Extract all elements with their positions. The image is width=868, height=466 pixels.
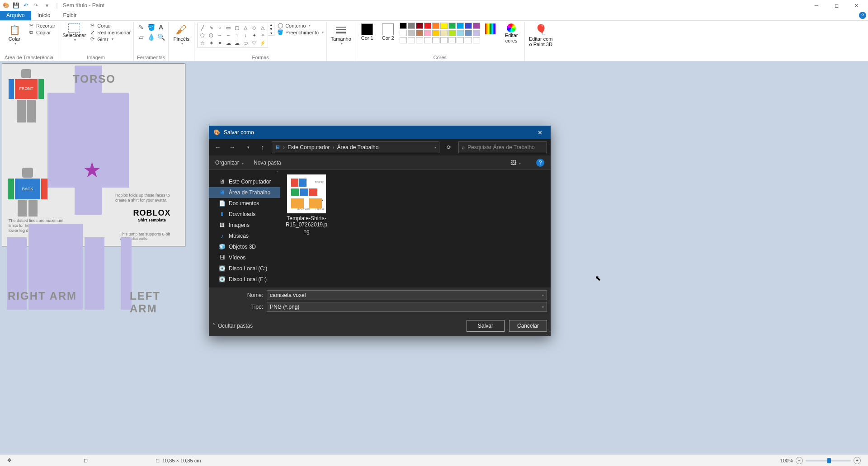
- color-swatch[interactable]: [424, 30, 431, 36]
- picker-tool-icon[interactable]: 💧: [146, 33, 156, 42]
- magnifier-tool-icon[interactable]: 🔍: [156, 33, 165, 42]
- color-swatch[interactable]: [448, 23, 456, 29]
- qat-save-icon[interactable]: 💾: [12, 1, 20, 9]
- qat-undo-icon[interactable]: ↶: [22, 1, 30, 9]
- file-view[interactable]: TORSO ROBLOX RIGHT ARM LEFT ARM: [280, 170, 551, 287]
- crumb-desktop[interactable]: Área de Trabalho: [337, 144, 378, 151]
- minimize-button[interactable]: ─: [807, 0, 826, 11]
- folder-tree[interactable]: ˄ 🖥Este Computador 🖥Área de Trabalho 📄Do…: [209, 170, 280, 287]
- color-swatch[interactable]: [432, 23, 439, 29]
- nav-up-icon[interactable]: ↑: [257, 142, 268, 153]
- outline-button[interactable]: ◯Contorno▾: [277, 23, 324, 28]
- organize-button[interactable]: Organizar ▾: [215, 160, 244, 166]
- zoom-in-button[interactable]: +: [854, 457, 861, 464]
- tab-home[interactable]: Início: [31, 11, 57, 20]
- color-swatch[interactable]: [416, 23, 423, 29]
- copy-button[interactable]: ⧉Copiar: [28, 29, 55, 35]
- text-tool-icon[interactable]: A: [156, 23, 165, 32]
- color1-button[interactable]: Cor 1: [358, 23, 376, 41]
- tree-objects3d[interactable]: 🧊Objetos 3D: [209, 241, 280, 252]
- color-swatch[interactable]: [400, 23, 407, 29]
- select-button[interactable]: Selecionar ▾: [61, 23, 87, 42]
- color-swatch[interactable]: [465, 30, 472, 36]
- tree-documents[interactable]: 📄Documentos: [209, 198, 280, 209]
- color-swatch[interactable]: [440, 23, 448, 29]
- size-button[interactable]: Tamanho ▾: [330, 23, 352, 46]
- color-swatch[interactable]: [408, 23, 415, 29]
- file-item[interactable]: TORSO ROBLOX RIGHT ARM LEFT ARM: [285, 174, 328, 235]
- color2-button[interactable]: Cor 2: [379, 23, 397, 41]
- rainbow-button[interactable]: [483, 23, 498, 34]
- canvas-area[interactable]: TORSO ★ Roblox folds up these faces to c…: [0, 61, 868, 454]
- qat-customize-icon[interactable]: ▾: [43, 1, 51, 9]
- tree-collapse-icon[interactable]: ˄: [209, 170, 280, 176]
- resize-button[interactable]: ⤢Redimensionar: [89, 29, 131, 35]
- crumb-pc[interactable]: Este Computador: [288, 144, 330, 151]
- nav-back-icon[interactable]: ←: [212, 142, 223, 153]
- brushes-button[interactable]: 🖌 Pincéis ▾: [171, 23, 191, 46]
- refresh-icon[interactable]: ⟳: [443, 141, 455, 153]
- address-bar[interactable]: 🖥 › Este Computador › Área de Trabalho ▾: [272, 141, 439, 153]
- eraser-tool-icon[interactable]: ▱: [137, 33, 146, 42]
- color-swatch[interactable]: [432, 30, 439, 36]
- paint3d-button[interactable]: 🎈 Editar com o Paint 3D: [528, 23, 554, 47]
- resize-grip-icon[interactable]: ⋰: [546, 330, 550, 335]
- palette-row-custom[interactable]: [400, 37, 480, 43]
- save-button[interactable]: Salvar: [467, 320, 505, 332]
- new-folder-button[interactable]: Nova pasta: [254, 160, 281, 166]
- dialog-close-button[interactable]: ✕: [533, 126, 546, 139]
- cancel-button[interactable]: Cancelar: [509, 320, 547, 332]
- color-swatch[interactable]: [473, 30, 480, 36]
- tree-desktop[interactable]: 🖥Área de Trabalho: [209, 187, 280, 198]
- view-mode-button[interactable]: 🖼 ▾: [511, 160, 521, 166]
- palette-row-bottom[interactable]: [400, 30, 480, 36]
- dialog-titlebar[interactable]: 🎨 Salvar como ✕: [209, 126, 551, 139]
- paste-button[interactable]: 📋 Colar ▾: [3, 23, 26, 46]
- fill-button[interactable]: 🪣Preenchimento▾: [277, 29, 324, 35]
- tree-disk-c[interactable]: 💽Disco Local (C:): [209, 263, 280, 274]
- color-swatch[interactable]: [408, 30, 415, 36]
- color-swatch[interactable]: [440, 30, 448, 36]
- filename-dropdown-icon[interactable]: ▾: [542, 293, 544, 297]
- tree-music[interactable]: ♪Músicas: [209, 231, 280, 241]
- canvas[interactable]: TORSO ★ Roblox folds up these faces to c…: [2, 63, 185, 246]
- color-swatch[interactable]: [457, 23, 464, 29]
- edit-colors-button[interactable]: Editar cores: [501, 23, 522, 43]
- shapes-up-icon[interactable]: ▲: [268, 23, 274, 27]
- zoom-out-button[interactable]: −: [796, 457, 803, 464]
- color-swatch[interactable]: [416, 30, 423, 36]
- cut-button[interactable]: ✂Recortar: [28, 23, 55, 28]
- search-input[interactable]: ⌕ Pesquisar Área de Trabalho: [458, 141, 547, 153]
- tree-images[interactable]: 🖼Imagens: [209, 220, 280, 231]
- tree-downloads[interactable]: ⬇Downloads: [209, 209, 280, 220]
- tab-file[interactable]: Arquivo: [0, 11, 31, 20]
- close-button[interactable]: ✕: [846, 0, 866, 11]
- dialog-help-icon[interactable]: ?: [536, 159, 544, 167]
- color-swatch[interactable]: [400, 30, 407, 36]
- tree-this-pc[interactable]: 🖥Este Computador: [209, 176, 280, 187]
- filename-input[interactable]: camiseta voxel ▾: [267, 290, 547, 300]
- tree-disk-f[interactable]: 💽Disco Local (F:): [209, 274, 280, 285]
- rotate-button[interactable]: ⟳Girar▾: [89, 36, 131, 42]
- tab-view[interactable]: Exibir: [57, 11, 83, 20]
- tree-videos[interactable]: 🎞Vídeos: [209, 252, 280, 263]
- hide-folders-button[interactable]: ˄ Ocultar pastas: [212, 323, 253, 329]
- maximize-button[interactable]: ◻: [826, 0, 846, 11]
- help-icon[interactable]: ?: [859, 12, 866, 19]
- shapes-more-icon[interactable]: ▾: [268, 31, 274, 35]
- zoom-slider[interactable]: [806, 460, 851, 461]
- filetype-dropdown-icon[interactable]: ▾: [542, 305, 544, 309]
- nav-forward-icon[interactable]: →: [227, 142, 238, 153]
- nav-history-icon[interactable]: ▾: [243, 142, 254, 153]
- pencil-tool-icon[interactable]: ✎: [137, 23, 146, 32]
- shapes-down-icon[interactable]: ▼: [268, 27, 274, 31]
- color-swatch[interactable]: [473, 23, 480, 29]
- color-swatch[interactable]: [424, 23, 431, 29]
- fill-tool-icon[interactable]: 🪣: [146, 23, 156, 32]
- qat-redo-icon[interactable]: ↷: [32, 1, 40, 9]
- color-swatch[interactable]: [457, 30, 464, 36]
- filetype-select[interactable]: PNG (*.png) ▾: [267, 302, 547, 312]
- color-swatch[interactable]: [448, 30, 456, 36]
- color-swatch[interactable]: [465, 23, 472, 29]
- crop-button[interactable]: ✂Cortar: [89, 23, 131, 28]
